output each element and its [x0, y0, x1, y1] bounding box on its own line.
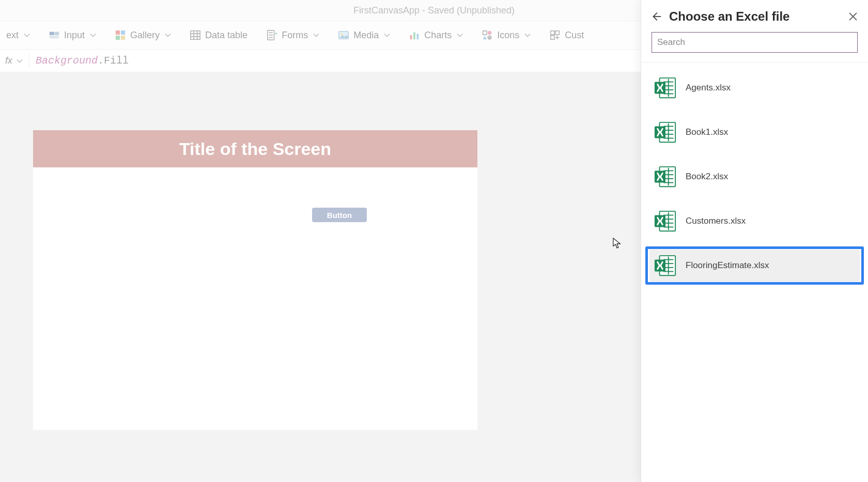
divider	[641, 62, 868, 63]
back-button[interactable]	[650, 11, 662, 22]
app-root: FirstCanvasApp - Saved (Unpublished) ext…	[0, 0, 868, 482]
excel-icon	[654, 209, 677, 233]
file-item[interactable]: Book1.xlsx	[649, 116, 860, 148]
excel-icon	[654, 254, 677, 277]
panel-title: Choose an Excel file	[669, 9, 841, 24]
search-wrap	[641, 30, 868, 58]
file-name: Book1.xlsx	[686, 127, 728, 137]
file-item[interactable]: Agents.xlsx	[649, 72, 860, 104]
file-item[interactable]: Customers.xlsx	[649, 205, 860, 237]
search-input[interactable]	[652, 32, 858, 53]
excel-icon	[654, 165, 677, 189]
file-item[interactable]: FlooringEstimate.xlsx	[649, 250, 860, 282]
close-button[interactable]	[848, 12, 858, 21]
file-item[interactable]: Book2.xlsx	[649, 161, 860, 193]
file-name: Customers.xlsx	[686, 216, 746, 226]
panel-header: Choose an Excel file	[641, 0, 868, 30]
file-name: FlooringEstimate.xlsx	[686, 260, 769, 271]
file-name: Book2.xlsx	[686, 172, 728, 182]
file-name: Agents.xlsx	[686, 83, 731, 93]
excel-picker-panel: Choose an Excel file Agents.xlsx Book1.x…	[641, 0, 868, 482]
excel-icon	[654, 76, 677, 100]
file-list: Agents.xlsx Book1.xlsx Book2.xlsx Custom…	[641, 72, 868, 282]
excel-icon	[654, 120, 677, 144]
